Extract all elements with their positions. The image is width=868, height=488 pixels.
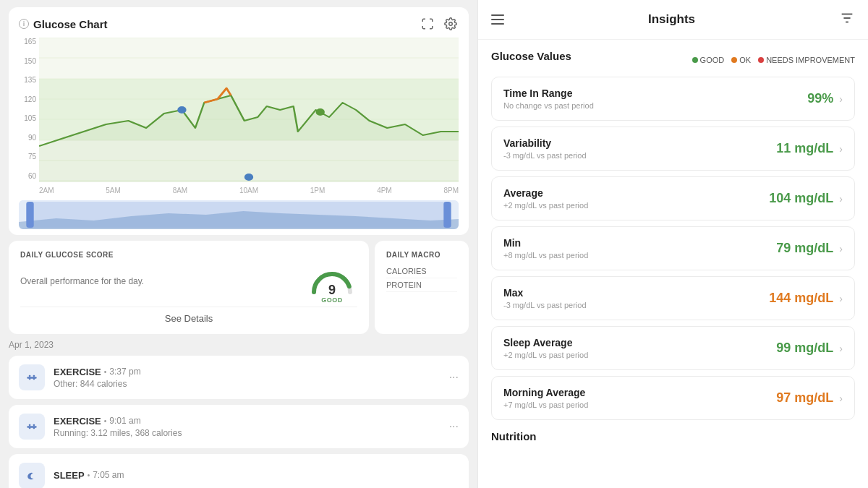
legend-ok: OK <box>731 56 751 64</box>
y-label: 165 <box>19 38 36 46</box>
metric-value-4: 79 mg/dL <box>776 241 833 256</box>
metric-value: 99% <box>807 91 833 106</box>
hamburger-line <box>491 23 504 25</box>
chevron-right-icon-6: › <box>839 343 843 354</box>
chart-card: i Glucose Chart 165 <box>9 7 469 235</box>
chart-y-labels: 165 150 135 120 105 90 75 60 <box>19 38 39 180</box>
feed-content-2: EXERCISE • 9:01 am Running: 3.12 miles, … <box>54 416 441 438</box>
legend-row: GOOD OK NEEDS IMPROVEMENT <box>692 56 855 64</box>
good-label: GOOD <box>700 56 725 64</box>
ok-label: OK <box>739 56 751 64</box>
score-card: DAILY GLUCOSE SCORE Overall performance … <box>9 241 369 334</box>
x-label: 8PM <box>443 187 459 194</box>
metric-right-4: 79 mg/dL › <box>776 241 843 256</box>
ok-dot <box>731 57 737 63</box>
good-dot <box>692 57 698 63</box>
metric-average[interactable]: Average +2 mg/dL vs past period 104 mg/d… <box>491 176 855 221</box>
filter-icon[interactable] <box>839 10 855 29</box>
chart-area <box>39 38 459 185</box>
chart-icons <box>420 16 459 32</box>
hamburger-icon[interactable] <box>491 14 504 25</box>
x-label: 2AM <box>39 187 54 194</box>
feed-section: Apr 1, 2023 EXERCISE • 3:37 pm <box>0 340 477 488</box>
metric-variability[interactable]: Variability -3 mg/dL vs past period 11 m… <box>491 127 855 171</box>
metric-time-in-range[interactable]: Time In Range No change vs past period 9… <box>491 77 855 121</box>
x-label: 8AM <box>173 187 188 194</box>
y-label: 75 <box>19 153 36 160</box>
settings-icon[interactable] <box>443 16 459 32</box>
metric-left-7: Morning Average +7 mg/dL vs past period <box>503 387 588 409</box>
svg-rect-24 <box>29 378 31 380</box>
feed-menu-button[interactable]: ··· <box>449 371 459 384</box>
metric-name-7: Morning Average <box>503 387 588 398</box>
see-details-button[interactable]: See Details <box>20 307 357 324</box>
svg-rect-21 <box>27 377 36 379</box>
metric-sub-3: +2 mg/dL vs past period <box>503 201 588 210</box>
legend-needs-improvement: NEEDS IMPROVEMENT <box>758 56 855 64</box>
mini-chart-container[interactable] <box>19 200 459 229</box>
chart-x-labels: 2AM 5AM 8AM 10AM 1PM 4PM 8PM <box>39 185 459 196</box>
right-content: Glucose Values GOOD OK NEEDS IMPROVEMENT <box>478 40 868 488</box>
feed-name: EXERCISE <box>54 367 101 377</box>
metric-name: Time In Range <box>503 87 594 99</box>
metric-name-4: Min <box>503 237 588 249</box>
exercise-icon <box>25 370 39 385</box>
feed-title-row-2: EXERCISE • 9:01 am <box>54 416 441 427</box>
y-label: 105 <box>19 114 36 122</box>
feed-dot-2: • <box>104 417 107 425</box>
macro-card-title: DAILY MACRO <box>386 251 457 259</box>
mini-chart-svg <box>19 200 459 229</box>
metric-sub-2: -3 mg/dL vs past period <box>503 151 587 160</box>
score-card-body: Overall performance for the day. 9 GOOD <box>20 263 357 299</box>
metric-value-7: 97 mg/dL <box>776 390 833 406</box>
metric-right: 99% › <box>807 91 843 106</box>
metric-left-5: Max -3 mg/dL vs past period <box>503 287 587 309</box>
svg-rect-29 <box>33 424 35 427</box>
svg-rect-17 <box>26 202 451 228</box>
chart-title: Glucose Chart <box>33 18 108 30</box>
chevron-right-icon-2: › <box>839 143 843 155</box>
y-label: 60 <box>19 172 36 180</box>
y-label: 120 <box>19 95 36 103</box>
svg-rect-22 <box>29 375 31 377</box>
right-header: Insights <box>478 0 868 40</box>
metric-sleep-average[interactable]: Sleep Average +2 mg/dL vs past period 99… <box>491 326 855 370</box>
x-label: 4PM <box>377 187 392 194</box>
y-label: 135 <box>19 76 36 84</box>
svg-point-12 <box>177 106 186 114</box>
feed-content: EXERCISE • 3:37 pm Other: 844 calories <box>54 367 441 389</box>
metric-sub-4: +8 mg/dL vs past period <box>503 251 588 260</box>
sleep-icon <box>25 468 39 483</box>
metric-value-2: 11 mg/dL <box>776 141 833 156</box>
chevron-right-icon-5: › <box>839 293 843 304</box>
feed-name-3: SLEEP <box>54 470 85 481</box>
needs-improvement-dot <box>758 57 764 63</box>
metric-sub-7: +7 mg/dL vs past period <box>503 401 588 409</box>
feed-item: EXERCISE • 3:37 pm Other: 844 calories ·… <box>9 356 469 399</box>
fullscreen-icon[interactable] <box>420 16 435 32</box>
gauge-container: 9 GOOD <box>307 263 357 299</box>
glucose-section-title: Glucose Values <box>491 50 571 62</box>
metric-value-3: 104 mg/dL <box>769 191 833 206</box>
legend-good: GOOD <box>692 56 725 64</box>
svg-point-0 <box>449 22 453 26</box>
metric-right-6: 99 mg/dL › <box>776 341 843 356</box>
feed-title-row-3: SLEEP • 7:05 am <box>54 470 459 481</box>
metric-right-7: 97 mg/dL › <box>776 390 843 406</box>
metric-sub: No change vs past period <box>503 101 594 110</box>
svg-rect-28 <box>29 424 31 427</box>
feed-content-3: SLEEP • 7:05 am <box>54 470 459 482</box>
metric-min[interactable]: Min +8 mg/dL vs past period 79 mg/dL › <box>491 226 855 270</box>
metric-right-2: 11 mg/dL › <box>776 141 843 156</box>
metric-morning-average[interactable]: Morning Average +7 mg/dL vs past period … <box>491 376 855 420</box>
x-label: 5AM <box>106 187 121 194</box>
metric-max[interactable]: Max -3 mg/dL vs past period 144 mg/dL › <box>491 276 855 320</box>
metric-name-3: Average <box>503 187 588 199</box>
metric-left-3: Average +2 mg/dL vs past period <box>503 187 588 210</box>
needs-improvement-label: NEEDS IMPROVEMENT <box>766 56 855 64</box>
feed-menu-button-2[interactable]: ··· <box>449 420 459 433</box>
metric-sub-5: -3 mg/dL vs past period <box>503 301 587 309</box>
nutrition-section-title: Nutrition <box>491 430 855 442</box>
hamburger-line <box>491 14 504 16</box>
exercise-icon-2 <box>25 419 39 434</box>
